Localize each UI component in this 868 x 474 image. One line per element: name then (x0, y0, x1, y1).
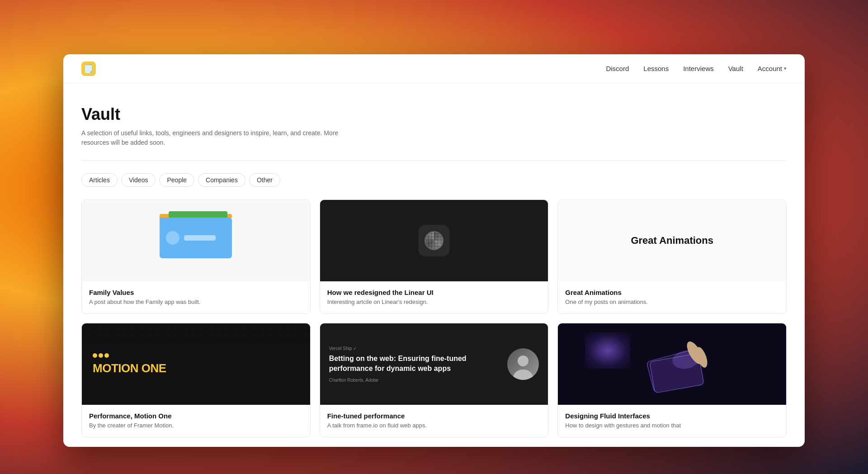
filter-articles[interactable]: Articles (81, 173, 118, 187)
card-thumbnail-animations: Great Animations (558, 200, 786, 281)
divider (81, 160, 787, 161)
finetuned-content: Vercel Ship ✓ Betting on the web: Ensuri… (320, 337, 548, 392)
folder-avatar (166, 231, 179, 245)
svg-point-0 (518, 356, 528, 366)
filter-companies[interactable]: Companies (198, 173, 245, 187)
logo[interactable]: 🗒️ (81, 62, 96, 76)
motion-one-text: MOTION ONE (93, 361, 299, 375)
card-title-family: Family Values (89, 289, 303, 296)
motion-dot-3 (104, 353, 109, 358)
main-content: Vault A selection of useful links, tools… (63, 83, 805, 447)
card-fluid[interactable]: Designing Fluid Interfaces How to design… (557, 323, 787, 437)
card-desc-motion: By the creater of Framer Motion. (89, 422, 303, 430)
animations-heading: Great Animations (631, 235, 713, 246)
page-title: Vault (81, 105, 787, 124)
motion-dot-2 (99, 353, 103, 358)
folder-tab (169, 211, 227, 218)
motion-thumb-wrapper: MOTION ONE (82, 323, 310, 405)
nav-interviews[interactable]: Interviews (683, 65, 714, 72)
nav-vault[interactable]: Vault (728, 65, 743, 72)
nav-lessons[interactable]: Lessons (643, 65, 669, 72)
card-animations[interactable]: Great Animations Great Animations One of… (557, 199, 787, 314)
card-title-fluid: Designing Fluid Interfaces (565, 412, 779, 420)
motion-dot-1 (93, 353, 97, 358)
card-body-motion: Performance, Motion One By the creater o… (82, 405, 310, 437)
account-dropdown[interactable]: Account ▾ (758, 65, 787, 72)
finetuned-person: Charlton Roberts, Adobe (329, 378, 500, 383)
folder-line (184, 235, 216, 241)
nav-discord[interactable]: Discord (606, 65, 629, 72)
card-thumbnail-linear (320, 200, 548, 281)
header: 🗒️ Discord Lessons Interviews Vault Acco… (63, 54, 805, 83)
account-label: Account (758, 65, 782, 72)
linear-grid (425, 232, 443, 249)
card-desc-fluid: How to design with gestures and motion t… (565, 422, 779, 430)
card-body-linear: How we redesigned the Linear UI Interest… (320, 281, 548, 313)
finetuned-text: Vercel Ship ✓ Betting on the web: Ensuri… (329, 346, 500, 383)
card-desc-finetuned: A talk from frame.io on fluid web apps. (327, 422, 541, 430)
card-title-linear: How we redesigned the Linear UI (327, 289, 541, 296)
card-linear[interactable]: How we redesigned the Linear UI Interest… (320, 199, 549, 314)
card-body-family: Family Values A post about how the Famil… (82, 281, 310, 313)
card-body-animations: Great Animations One of my posts on anim… (558, 281, 786, 313)
person-svg (512, 353, 534, 380)
nav: Discord Lessons Interviews Vault Account… (606, 65, 787, 72)
finetuned-brand: Vercel Ship ✓ (329, 346, 500, 351)
card-body-fluid: Designing Fluid Interfaces How to design… (558, 405, 786, 437)
card-title-motion: Performance, Motion One (89, 412, 303, 420)
page-subtitle: A selection of useful links, tools, engi… (81, 128, 353, 147)
card-desc-family: A post about how the Family app was buil… (89, 298, 303, 306)
motion-dots (93, 353, 109, 358)
cards-grid: Family Values A post about how the Famil… (81, 199, 787, 437)
card-title-finetuned: Fine-tuned performance (327, 412, 541, 420)
card-thumbnail-family (82, 200, 310, 281)
folder-body (160, 218, 232, 258)
filter-people[interactable]: People (159, 173, 194, 187)
logo-icon: 🗒️ (84, 64, 94, 74)
card-body-finetuned: Fine-tuned performance A talk from frame… (320, 405, 548, 437)
filter-videos[interactable]: Videos (121, 173, 156, 187)
card-finetuned[interactable]: Vercel Ship ✓ Betting on the web: Ensuri… (320, 323, 549, 437)
person-avatar (507, 348, 539, 380)
motion-logo (93, 353, 299, 358)
card-desc-animations: One of my posts on animations. (565, 298, 779, 306)
card-motion-one[interactable]: MOTION ONE Performance, Motion One By th… (81, 323, 311, 437)
fluid-illustration (632, 328, 713, 400)
linear-icon (418, 225, 450, 256)
card-thumbnail-finetuned: Vercel Ship ✓ Betting on the web: Ensuri… (320, 323, 548, 405)
chevron-down-icon: ▾ (784, 66, 787, 71)
card-desc-linear: Interesting artcile on Linear's redesign… (327, 298, 541, 306)
card-family-values[interactable]: Family Values A post about how the Famil… (81, 199, 311, 314)
app-window: 🗒️ Discord Lessons Interviews Vault Acco… (63, 54, 805, 447)
finetuned-title: Betting on the web: Ensuring fine-tuned … (329, 354, 500, 374)
filter-other[interactable]: Other (249, 173, 280, 187)
svg-point-1 (513, 370, 533, 380)
card-title-animations: Great Animations (565, 289, 779, 296)
family-illustration (160, 211, 232, 270)
card-thumbnail-motion: MOTION ONE (82, 323, 310, 405)
filter-tabs: Articles Videos People Companies Other (81, 173, 787, 187)
card-thumbnail-fluid (558, 323, 786, 405)
linear-sphere (425, 231, 443, 250)
